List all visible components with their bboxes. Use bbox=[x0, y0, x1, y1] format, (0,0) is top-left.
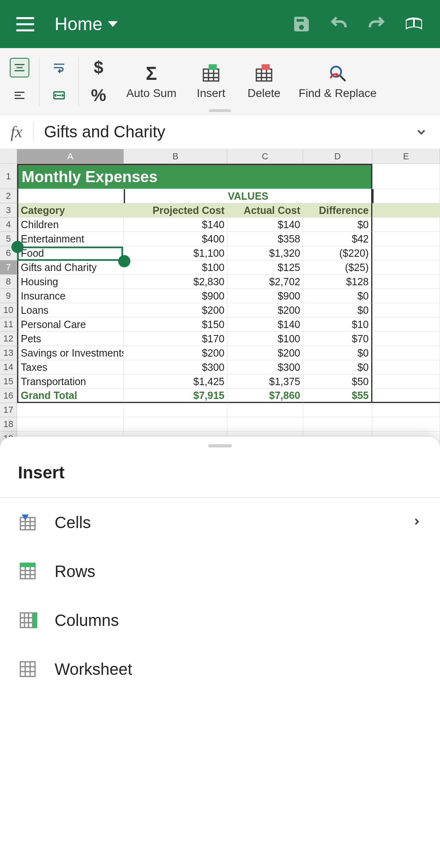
cell[interactable] bbox=[372, 375, 440, 389]
cell[interactable] bbox=[124, 403, 227, 417]
cell[interactable] bbox=[17, 189, 124, 203]
wrap-text-button[interactable] bbox=[49, 58, 69, 77]
cell[interactable]: $55 bbox=[303, 389, 372, 403]
row-number[interactable]: 14 bbox=[0, 360, 17, 375]
cell[interactable]: Grand Total bbox=[17, 389, 124, 403]
row-number[interactable]: 2 bbox=[0, 189, 17, 203]
cell[interactable] bbox=[372, 246, 440, 260]
row-number[interactable]: 15 bbox=[0, 375, 17, 389]
merge-cells-button[interactable] bbox=[49, 86, 69, 105]
cell[interactable]: $2,830 bbox=[124, 275, 227, 289]
cell[interactable]: Loans bbox=[17, 303, 124, 317]
row-number[interactable]: 6 bbox=[0, 246, 17, 260]
row-number[interactable]: 9 bbox=[0, 289, 17, 303]
cell[interactable]: Actual Cost bbox=[227, 203, 303, 218]
cell[interactable] bbox=[372, 417, 440, 432]
cell[interactable]: $200 bbox=[227, 303, 303, 317]
redo-icon[interactable] bbox=[367, 14, 386, 34]
read-mode-icon[interactable] bbox=[404, 14, 424, 34]
cell[interactable] bbox=[372, 360, 440, 375]
cell[interactable]: $2,702 bbox=[227, 275, 303, 289]
cell[interactable]: $1,100 bbox=[124, 246, 227, 260]
cell[interactable] bbox=[17, 403, 124, 417]
align-left-button[interactable] bbox=[10, 86, 29, 105]
delete-button[interactable]: Delete bbox=[238, 59, 290, 103]
select-all-corner[interactable] bbox=[0, 149, 17, 163]
cell[interactable]: $140 bbox=[227, 218, 303, 232]
cell[interactable]: Difference bbox=[303, 203, 372, 218]
insert-columns-option[interactable]: Columns bbox=[0, 596, 440, 645]
cell[interactable]: Category bbox=[17, 203, 124, 218]
cell[interactable]: $170 bbox=[124, 332, 227, 346]
cell[interactable] bbox=[372, 403, 440, 417]
row-number[interactable]: 10 bbox=[0, 303, 17, 317]
title-cell[interactable]: Monthly Expenses bbox=[17, 164, 372, 189]
cell[interactable] bbox=[372, 346, 440, 360]
cell[interactable] bbox=[372, 189, 440, 203]
cell[interactable]: $0 bbox=[303, 303, 372, 317]
cell[interactable]: $140 bbox=[227, 317, 303, 332]
cell[interactable]: $300 bbox=[227, 360, 303, 375]
cell[interactable]: Taxes bbox=[17, 360, 124, 375]
insert-cells-option[interactable]: Cells bbox=[0, 498, 440, 547]
cell[interactable]: $125 bbox=[227, 260, 303, 275]
cell[interactable]: $1,375 bbox=[227, 375, 303, 389]
cell[interactable]: $300 bbox=[124, 360, 227, 375]
currency-format-button[interactable]: $ bbox=[89, 58, 108, 77]
row-number[interactable]: 13 bbox=[0, 346, 17, 360]
cell[interactable] bbox=[227, 403, 303, 417]
expand-formula-icon[interactable] bbox=[413, 124, 429, 140]
cell[interactable]: $140 bbox=[124, 218, 227, 232]
cell[interactable]: $0 bbox=[303, 289, 372, 303]
cell[interactable] bbox=[372, 389, 440, 403]
insert-worksheet-option[interactable]: Worksheet bbox=[0, 645, 440, 694]
cell[interactable]: $7,915 bbox=[124, 389, 227, 403]
cell[interactable]: $400 bbox=[124, 232, 227, 246]
percent-format-button[interactable]: % bbox=[89, 86, 108, 105]
cell[interactable]: $50 bbox=[303, 375, 372, 389]
cell[interactable]: $900 bbox=[124, 289, 227, 303]
cell[interactable]: $100 bbox=[227, 332, 303, 346]
cell[interactable]: Projected Cost bbox=[124, 203, 227, 218]
cell[interactable]: $100 bbox=[124, 260, 227, 275]
cell[interactable]: $1,320 bbox=[227, 246, 303, 260]
undo-icon[interactable] bbox=[329, 14, 349, 34]
cell[interactable] bbox=[303, 417, 372, 432]
cell[interactable]: Entertainment bbox=[17, 232, 124, 246]
column-header-E[interactable]: E bbox=[372, 149, 440, 163]
find-replace-button[interactable]: Find & Replace bbox=[290, 59, 385, 103]
row-number[interactable]: 8 bbox=[0, 275, 17, 289]
save-icon[interactable] bbox=[292, 14, 311, 34]
insert-button[interactable]: Insert bbox=[185, 59, 238, 103]
cell[interactable]: ($220) bbox=[303, 246, 372, 260]
cell[interactable]: $900 bbox=[227, 289, 303, 303]
cell[interactable]: $128 bbox=[303, 275, 372, 289]
cell[interactable]: Insurance bbox=[17, 289, 124, 303]
cell[interactable] bbox=[17, 417, 124, 432]
cell[interactable]: Pets bbox=[17, 332, 124, 346]
row-number[interactable]: 4 bbox=[0, 218, 17, 232]
cell[interactable] bbox=[372, 332, 440, 346]
cell[interactable]: Food bbox=[17, 246, 124, 260]
row-number[interactable]: 7 bbox=[0, 260, 17, 275]
cell[interactable]: $358 bbox=[227, 232, 303, 246]
align-center-button[interactable] bbox=[10, 58, 29, 77]
toolbar-drag-handle[interactable] bbox=[209, 109, 231, 112]
cell[interactable] bbox=[372, 164, 440, 189]
row-number[interactable]: 5 bbox=[0, 232, 17, 246]
cell[interactable] bbox=[372, 275, 440, 289]
cell[interactable]: Transportation bbox=[17, 375, 124, 389]
cell[interactable]: $200 bbox=[227, 346, 303, 360]
cell[interactable]: Personal Care bbox=[17, 317, 124, 332]
cell[interactable] bbox=[372, 218, 440, 232]
cell[interactable] bbox=[372, 303, 440, 317]
cell[interactable]: $200 bbox=[124, 346, 227, 360]
cell[interactable] bbox=[303, 403, 372, 417]
cell[interactable] bbox=[372, 232, 440, 246]
cell[interactable] bbox=[372, 203, 440, 218]
ribbon-tab-dropdown[interactable]: Home bbox=[55, 14, 118, 34]
row-number[interactable]: 17 bbox=[0, 403, 17, 417]
cell[interactable]: $70 bbox=[303, 332, 372, 346]
row-number[interactable]: 16 bbox=[0, 389, 17, 403]
column-header-A[interactable]: A bbox=[17, 149, 124, 163]
